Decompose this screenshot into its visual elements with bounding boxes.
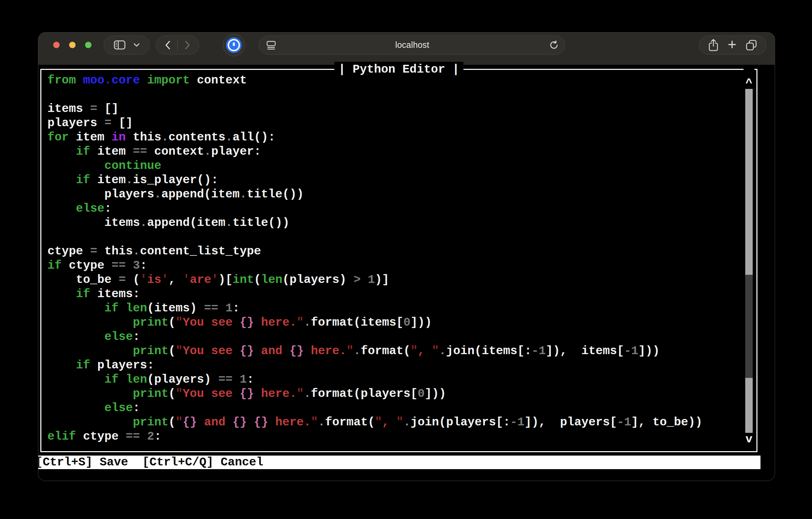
status-bar: [Ctrl+S] Save [Ctrl+C/Q] Cancel [38, 456, 760, 469]
code-line: else: [47, 401, 736, 415]
code-line: else: [47, 201, 736, 216]
scrollbar-segment-light[interactable] [745, 89, 753, 275]
page-content: | Python Editor | from moo.core import c… [38, 65, 775, 481]
address-bar[interactable]: localhost [259, 36, 565, 55]
tab-overview-icon[interactable] [746, 39, 757, 51]
code-line: if len(players) == 1: [47, 372, 736, 387]
forward-button[interactable] [178, 36, 197, 55]
back-button[interactable] [158, 36, 177, 55]
cancel-hint: [Ctrl+C/Q] Cancel [142, 456, 263, 469]
code-line: print("{} and {} {} here.".format(", ".j… [47, 415, 736, 429]
browser-toolbar: localhost + [38, 33, 775, 65]
editor-frame: | Python Editor | from moo.core import c… [40, 69, 757, 452]
new-tab-icon[interactable]: + [728, 38, 736, 51]
onepassword-icon [226, 37, 242, 53]
code-line: for item in this.contents.all(): [47, 130, 736, 145]
zoom-button[interactable] [85, 42, 92, 48]
code-line: print("You see {} here.".format(items[0]… [47, 315, 736, 330]
code-line [47, 230, 736, 244]
code-line: if players: [47, 358, 736, 372]
refresh-icon[interactable] [549, 40, 559, 50]
scroll-up-arrow[interactable]: ^ [745, 75, 753, 88]
code-line: if ctype == 3: [47, 258, 736, 273]
sidebar-toggle-group [104, 36, 150, 55]
chevron-down-icon[interactable] [134, 43, 140, 47]
code-line: print("You see {} and {} here.".format("… [47, 344, 736, 358]
save-hint: [Ctrl+S] Save [38, 456, 128, 469]
nav-buttons [156, 36, 199, 55]
window-actions: + [699, 36, 767, 55]
scrollbar-segment-dark[interactable] [745, 275, 753, 378]
code-line: items.append(item.title()) [47, 216, 736, 230]
code-line: else: [47, 330, 736, 344]
code-line: continue [47, 159, 736, 173]
scrollbar-track[interactable] [745, 89, 753, 433]
close-button[interactable] [53, 42, 60, 48]
traffic-lights [53, 42, 92, 48]
code-line: to_be = ('is', 'are')[int(len(players) >… [47, 273, 736, 287]
scroll-down-arrow[interactable]: v [745, 434, 753, 447]
url-text[interactable]: localhost [395, 40, 429, 50]
code-area[interactable]: from moo.core import context items = []p… [41, 70, 736, 451]
minimize-button[interactable] [69, 42, 76, 48]
sidebar-icon[interactable] [114, 40, 125, 50]
code-line: ctype = this.content_list_type [47, 244, 736, 258]
browser-window: localhost + [38, 32, 775, 481]
code-line: items = [] [47, 102, 736, 116]
code-line: if items: [47, 287, 736, 301]
code-line: if len(items) == 1: [47, 301, 736, 315]
reader-view-icon[interactable] [266, 41, 276, 50]
code-line: from moo.core import context [47, 73, 736, 88]
scrollbar-border-gap [744, 69, 754, 70]
code-line: if item.is_player(): [47, 173, 736, 187]
code-line: elif ctype == 2: [47, 429, 736, 444]
share-icon[interactable] [708, 39, 718, 52]
code-line: players.append(item.title()) [47, 187, 736, 201]
code-line: print("You see {} here.".format(players[… [47, 387, 736, 401]
scrollbar[interactable]: ^ v [745, 75, 753, 447]
code-line: if item == context.player: [47, 145, 736, 159]
scrollbar-segment-light[interactable] [745, 378, 753, 433]
code-line [47, 88, 736, 102]
onepassword-button[interactable] [223, 34, 245, 56]
code-line: players = [] [47, 116, 736, 130]
